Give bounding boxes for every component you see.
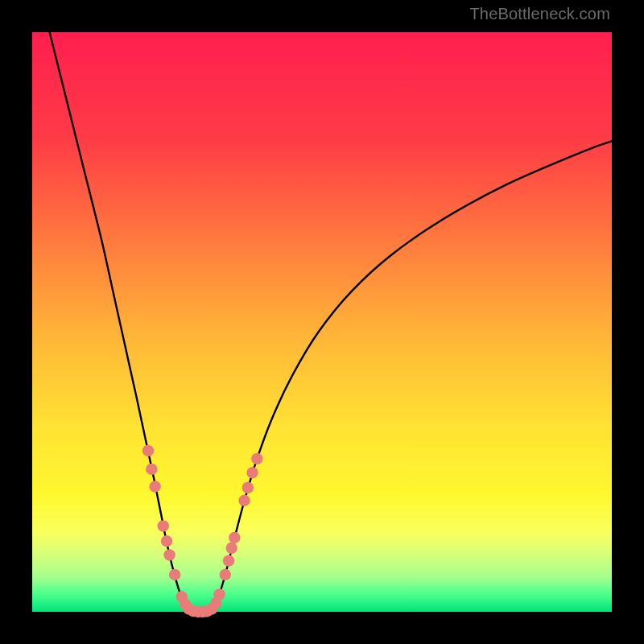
highlight-dot — [163, 549, 175, 560]
highlight-dot — [251, 453, 262, 464]
watermark-text: TheBottleneck.com — [469, 5, 610, 23]
highlight-dots — [142, 445, 263, 618]
highlight-dot — [161, 535, 172, 547]
curve-layer — [32, 32, 612, 612]
highlight-dot — [149, 481, 160, 492]
highlight-dot — [225, 543, 237, 554]
highlight-dot — [220, 569, 231, 580]
bottleneck-curve — [50, 32, 612, 612]
plot-area — [32, 32, 612, 612]
chart-frame: TheBottleneck.com — [0, 0, 644, 644]
highlight-dot — [146, 464, 157, 475]
highlight-dot — [238, 495, 250, 506]
highlight-dot — [229, 532, 240, 543]
highlight-dot — [169, 569, 180, 580]
highlight-dot — [223, 555, 234, 566]
highlight-dot — [242, 482, 254, 493]
highlight-dot — [213, 588, 225, 600]
highlight-dot — [158, 520, 169, 531]
highlight-dot — [142, 445, 154, 456]
highlight-dot — [246, 467, 258, 478]
